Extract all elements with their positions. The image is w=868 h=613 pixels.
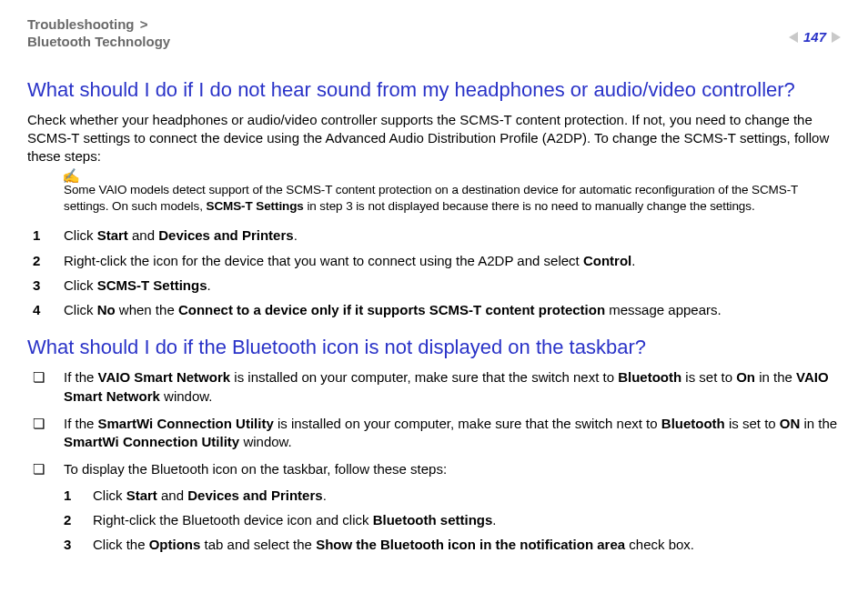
list-item: 4 Click No when the Connect to a device … (27, 301, 841, 319)
list-item: 2 Right-click the Bluetooth device icon … (64, 511, 841, 529)
heading-q1: What should I do if I do not hear sound … (27, 78, 841, 102)
note-text: Some VAIO models detect support of the S… (64, 182, 841, 214)
list-item: If the SmartWi Connection Utility is ins… (27, 415, 841, 452)
list-item: If the VAIO Smart Network is installed o… (27, 368, 841, 406)
note-icon: ✍ (62, 167, 80, 185)
q2-substeps: 1 Click Start and Devices and Printers. … (64, 487, 841, 555)
list-item: 1 Click Start and Devices and Printers. (27, 226, 841, 245)
breadcrumb-sep: > (138, 16, 150, 32)
list-item: 3 Click the Options tab and select the S… (64, 536, 841, 554)
page-number: 147 (803, 29, 826, 45)
next-page-icon[interactable] (832, 32, 841, 43)
list-item: To display the Bluetooth icon on the tas… (27, 460, 841, 554)
heading-q2: What should I do if the Bluetooth icon i… (27, 336, 841, 359)
q1-note: ✍ Some VAIO models detect support of the… (64, 182, 841, 214)
breadcrumb-section: Troubleshooting (27, 16, 135, 32)
pager: 147 (789, 16, 841, 45)
prev-page-icon[interactable] (789, 32, 798, 43)
list-item: 1 Click Start and Devices and Printers. (64, 487, 841, 505)
document-page: Troubleshooting > Bluetooth Technology 1… (0, 0, 868, 613)
q1-steps: 1 Click Start and Devices and Printers. … (27, 226, 841, 319)
breadcrumb: Troubleshooting > Bluetooth Technology (27, 16, 170, 51)
q2-list: If the VAIO Smart Network is installed o… (27, 368, 841, 554)
list-item: 3 Click SCMS-T Settings. (27, 276, 841, 295)
page-header: Troubleshooting > Bluetooth Technology 1… (27, 16, 841, 51)
breadcrumb-sub: Bluetooth Technology (27, 34, 170, 49)
q1-intro: Check whether your headphones or audio/v… (27, 111, 841, 166)
list-item: 2 Right-click the icon for the device th… (27, 252, 841, 270)
